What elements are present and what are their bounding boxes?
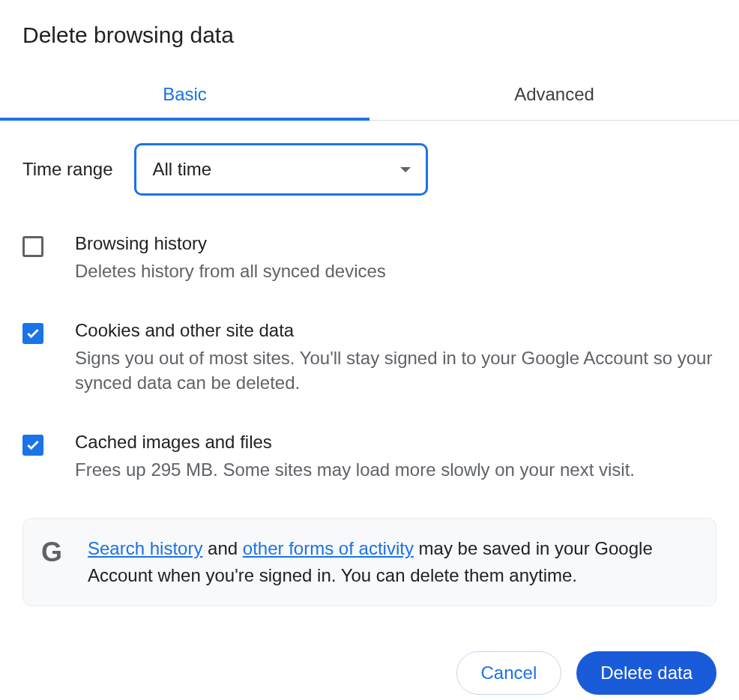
tabs: Basic Advanced xyxy=(0,70,739,121)
option-text: Cookies and other site data Signs you ou… xyxy=(75,320,717,396)
option-title: Browsing history xyxy=(75,233,717,254)
option-title: Cached images and files xyxy=(75,432,717,453)
option-text: Cached images and files Frees up 295 MB.… xyxy=(75,432,717,483)
option-desc: Deletes history from all synced devices xyxy=(75,259,717,284)
time-range-label: Time range xyxy=(22,159,113,180)
caret-down-icon xyxy=(400,167,411,172)
checkbox-cookies[interactable] xyxy=(22,323,43,344)
check-icon xyxy=(25,438,40,453)
time-range-select[interactable]: All time xyxy=(134,143,428,196)
option-desc: Frees up 295 MB. Some sites may load mor… xyxy=(75,457,717,483)
delete-browsing-data-dialog: Delete browsing data Basic Advanced Time… xyxy=(0,0,739,606)
tab-basic[interactable]: Basic xyxy=(0,70,370,120)
option-browsing-history: Browsing history Deletes history from al… xyxy=(22,233,717,284)
tab-basic-label: Basic xyxy=(163,84,207,104)
info-text: Search history and other forms of activi… xyxy=(88,535,699,589)
checkbox-browsing-history[interactable] xyxy=(22,236,43,257)
link-search-history[interactable]: Search history xyxy=(88,538,202,558)
info-mid1: and xyxy=(202,538,242,558)
time-range-row: Time range All time xyxy=(22,143,717,196)
delete-data-button[interactable]: Delete data xyxy=(576,651,717,695)
option-desc: Signs you out of most sites. You'll stay… xyxy=(75,346,717,396)
tab-advanced-label: Advanced xyxy=(514,84,594,104)
time-range-value: All time xyxy=(153,159,212,180)
check-icon xyxy=(25,326,40,341)
checkbox-cache[interactable] xyxy=(22,435,43,456)
dialog-title: Delete browsing data xyxy=(22,22,717,48)
cancel-button[interactable]: Cancel xyxy=(456,651,562,695)
option-cookies: Cookies and other site data Signs you ou… xyxy=(22,320,717,396)
dialog-actions: Cancel Delete data xyxy=(0,606,739,700)
link-other-activity[interactable]: other forms of activity xyxy=(243,538,414,558)
google-logo-icon: G xyxy=(41,537,61,568)
option-title: Cookies and other site data xyxy=(75,320,717,341)
dialog-content: Time range All time Browsing history Del… xyxy=(22,121,717,606)
option-text: Browsing history Deletes history from al… xyxy=(75,233,717,284)
option-cache: Cached images and files Frees up 295 MB.… xyxy=(22,432,717,483)
google-info-box: G Search history and other forms of acti… xyxy=(22,518,717,606)
tab-advanced[interactable]: Advanced xyxy=(370,70,739,120)
